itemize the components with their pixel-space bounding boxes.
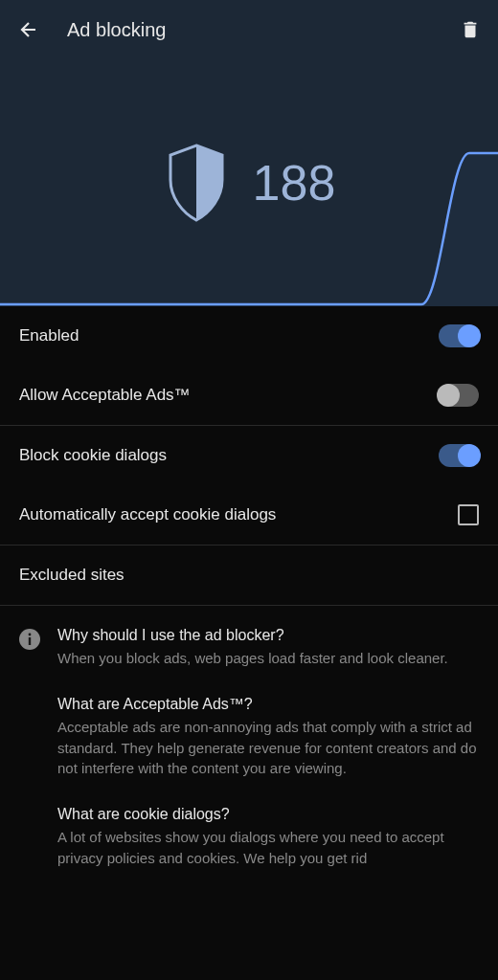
toggle-enabled[interactable] <box>439 324 479 347</box>
checkbox-auto-accept[interactable] <box>458 504 479 525</box>
info-answer: A lot of websites show you dialogs where… <box>57 827 479 869</box>
svg-point-2 <box>29 634 32 636</box>
back-arrow-icon[interactable] <box>17 18 40 41</box>
setting-acceptable-ads[interactable]: Allow Acceptable Ads™ <box>0 366 498 425</box>
setting-enabled[interactable]: Enabled <box>0 306 498 366</box>
info-icon <box>19 629 40 650</box>
info-content: Why should I use the ad blocker? When yo… <box>57 627 479 896</box>
setting-label: Allow Acceptable Ads™ <box>19 386 191 405</box>
settings-group-main: Enabled Allow Acceptable Ads™ <box>0 306 498 426</box>
info-answer: Acceptable ads are non-annoying ads that… <box>57 717 479 779</box>
setting-label: Automatically accept cookie dialogs <box>19 505 276 524</box>
info-block: Why should I use the ad blocker? When yo… <box>57 627 479 669</box>
settings-group-excluded: Excluded sites <box>0 546 498 606</box>
setting-auto-accept[interactable]: Automatically accept cookie dialogs <box>0 485 498 545</box>
info-question: Why should I use the ad blocker? <box>57 627 479 644</box>
hero-banner: 188 <box>0 59 498 306</box>
setting-label: Block cookie dialogs <box>19 446 167 465</box>
info-section: Why should I use the ad blocker? When yo… <box>0 606 498 917</box>
svg-rect-1 <box>29 637 31 645</box>
header: Ad blocking <box>0 0 498 59</box>
info-answer: When you block ads, web pages load faste… <box>57 648 479 669</box>
trash-icon[interactable] <box>460 19 481 40</box>
chart-line <box>0 134 498 306</box>
setting-block-cookie[interactable]: Block cookie dialogs <box>0 426 498 485</box>
toggle-acceptable-ads[interactable] <box>439 384 479 407</box>
settings-group-cookies: Block cookie dialogs Automatically accep… <box>0 426 498 546</box>
page-title: Ad blocking <box>67 19 433 41</box>
info-block: What are Acceptable Ads™? Acceptable ads… <box>57 696 479 779</box>
setting-label: Excluded sites <box>19 566 124 585</box>
info-block: What are cookie dialogs? A lot of websit… <box>57 806 479 869</box>
setting-label: Enabled <box>19 326 79 345</box>
toggle-block-cookie[interactable] <box>439 444 479 467</box>
info-question: What are Acceptable Ads™? <box>57 696 479 713</box>
setting-excluded-sites[interactable]: Excluded sites <box>0 546 498 605</box>
info-question: What are cookie dialogs? <box>57 806 479 823</box>
